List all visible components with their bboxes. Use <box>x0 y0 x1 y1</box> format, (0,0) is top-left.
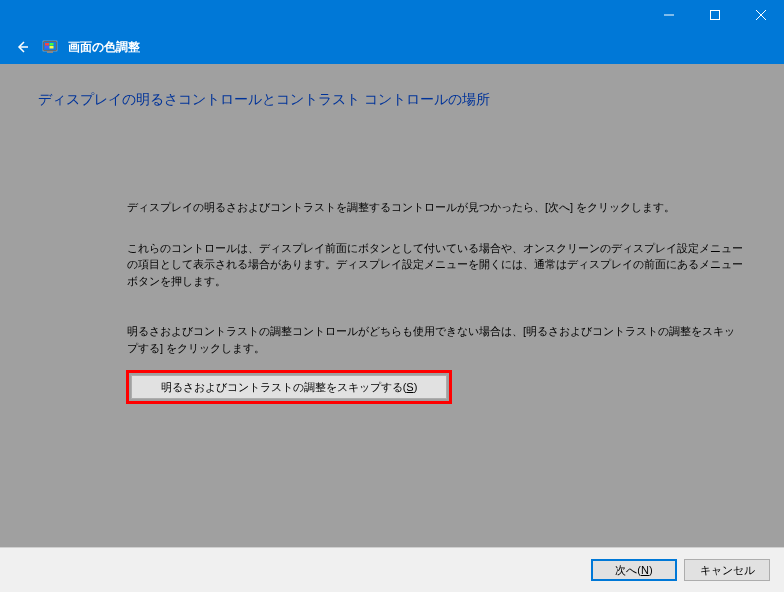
next-button-label: 次へ <box>615 564 637 576</box>
header-title: 画面の色調整 <box>68 39 140 56</box>
skip-brightness-contrast-button[interactable]: 明るさおよびコントラストの調整をスキップする(S) <box>131 375 447 399</box>
svg-rect-9 <box>45 46 49 49</box>
monitor-icon <box>42 39 58 55</box>
close-button[interactable] <box>738 0 784 30</box>
instruction-paragraph-1: ディスプレイの明るさおよびコントラストを調整するコントロールが見つかったら、[次… <box>0 199 784 216</box>
header-bar: 画面の色調整 <box>0 30 784 64</box>
wizard-window: 画面の色調整 ディスプレイの明るさコントロールとコントラスト コントロールの場所… <box>0 0 784 592</box>
content-area: ディスプレイの明るさコントロールとコントラスト コントロールの場所 ディスプレイ… <box>0 64 784 547</box>
highlight-frame: 明るさおよびコントラストの調整をスキップする(S) <box>126 370 452 404</box>
minimize-button[interactable] <box>646 0 692 30</box>
titlebar <box>0 0 784 30</box>
skip-button-accelerator: S <box>406 381 413 393</box>
cancel-button[interactable]: キャンセル <box>684 559 770 581</box>
instruction-paragraph-3: 明るさおよびコントラストの調整コントロールがどちらも使用できない場合は、[明るさ… <box>0 323 784 356</box>
next-button-accelerator: N <box>641 564 649 576</box>
cancel-button-label: キャンセル <box>700 564 755 576</box>
page-heading: ディスプレイの明るさコントロールとコントラスト コントロールの場所 <box>0 64 784 109</box>
skip-button-label: 明るさおよびコントラストの調整をスキップする <box>161 380 403 395</box>
maximize-button[interactable] <box>692 0 738 30</box>
svg-rect-1 <box>711 11 720 20</box>
svg-rect-11 <box>47 51 53 53</box>
svg-rect-8 <box>50 43 54 46</box>
next-button[interactable]: 次へ(N) <box>591 559 677 581</box>
footer-bar: 次へ(N) キャンセル <box>0 547 784 592</box>
back-arrow-icon[interactable] <box>12 37 32 57</box>
instruction-paragraph-2: これらのコントロールは、ディスプレイ前面にボタンとして付いている場合や、オンスク… <box>0 240 784 290</box>
svg-rect-7 <box>45 43 49 46</box>
svg-rect-10 <box>50 46 54 49</box>
